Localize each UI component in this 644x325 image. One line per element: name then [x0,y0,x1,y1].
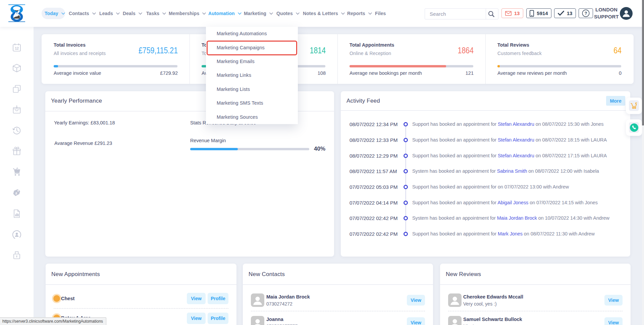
svg-text:?: ? [585,11,587,16]
svg-text:12: 12 [15,46,19,50]
